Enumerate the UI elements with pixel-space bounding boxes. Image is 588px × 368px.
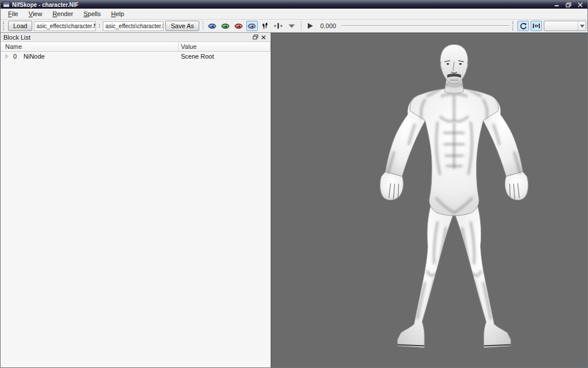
toolbar-handle[interactable] <box>512 21 514 30</box>
view-front-icon <box>221 23 230 29</box>
table-row[interactable]: 0 NiNode Scene Root <box>1 52 270 60</box>
toolbar: Load asic_effects\character.NIF asic_eff… <box>1 20 587 33</box>
menu-help[interactable]: Help <box>106 9 129 18</box>
center-view-button[interactable] <box>273 21 284 31</box>
block-list-titlebar[interactable]: Block List <box>1 33 270 42</box>
column-header-name[interactable]: Name <box>1 42 179 51</box>
block-list-header: Name Value <box>1 42 270 52</box>
play-icon <box>307 22 314 29</box>
load-button[interactable]: Load <box>8 21 32 31</box>
view-side-button[interactable] <box>233 21 245 31</box>
float-icon <box>253 34 258 40</box>
save-as-button[interactable]: Save As <box>165 21 199 31</box>
render-viewport[interactable] <box>271 33 587 367</box>
restore-button[interactable] <box>564 2 572 7</box>
block-list-body: 0 NiNode Scene Root <box>1 52 270 367</box>
toolbar-separator <box>301 21 301 30</box>
character-model <box>272 33 587 367</box>
block-list-panel: Block List Name Value <box>1 33 271 367</box>
window-title: NifSkope - character.NIF <box>12 2 553 8</box>
close-icon <box>261 35 266 40</box>
minimize-button[interactable] <box>553 2 561 7</box>
view-side-icon <box>234 23 243 29</box>
close-button[interactable] <box>576 2 584 7</box>
view-top-icon <box>208 23 216 29</box>
block-name: NiNode <box>24 53 45 60</box>
close-panel-button[interactable] <box>260 34 268 41</box>
app-icon <box>3 2 10 7</box>
view-user-button[interactable] <box>246 21 258 31</box>
time-value: 0.000 <box>318 22 340 29</box>
menu-bar: File View Render Spells Help <box>1 9 587 20</box>
ping-pong-icon <box>532 22 540 29</box>
menu-render[interactable]: Render <box>47 9 78 18</box>
menu-file[interactable]: File <box>3 9 24 18</box>
chevron-down-icon <box>288 23 296 29</box>
title-bar[interactable]: NifSkope - character.NIF <box>1 1 587 9</box>
footprints-icon <box>261 22 269 30</box>
view-top-button[interactable] <box>207 21 218 31</box>
axis-center-icon <box>273 22 283 29</box>
view-front-button[interactable] <box>220 21 231 31</box>
save-path-field[interactable]: asic_effects\character.NIF <box>103 21 164 31</box>
time-slider[interactable] <box>341 21 509 31</box>
view-options-button[interactable] <box>286 21 297 31</box>
menu-view[interactable]: View <box>24 9 48 18</box>
loop-playback-button[interactable] <box>517 21 529 31</box>
float-panel-button[interactable] <box>252 34 260 41</box>
combobox-arrow-icon <box>578 21 586 30</box>
slider-groove <box>341 25 509 26</box>
load-path-field[interactable]: asic_effects\character.NIF <box>34 21 96 31</box>
block-index: 0 <box>13 53 21 60</box>
menu-spells[interactable]: Spells <box>79 9 106 18</box>
toolbar-handle[interactable] <box>3 21 5 30</box>
column-header-value[interactable]: Value <box>179 42 270 51</box>
toolbar-separator <box>203 21 203 30</box>
block-list-title: Block List <box>3 34 252 41</box>
app-window: NifSkope - character.NIF File View Rende… <box>0 0 588 368</box>
expander-icon[interactable] <box>3 54 11 59</box>
path-splitter[interactable] <box>98 22 101 30</box>
animation-combobox[interactable] <box>544 21 586 31</box>
walk-mode-button[interactable] <box>260 21 271 31</box>
loop-icon <box>520 22 527 30</box>
view-user-icon <box>247 23 256 29</box>
main-area: Block List Name Value <box>1 33 587 367</box>
switch-animation-button[interactable] <box>531 21 542 31</box>
block-value: Scene Root <box>179 53 270 60</box>
play-button[interactable] <box>305 21 316 31</box>
